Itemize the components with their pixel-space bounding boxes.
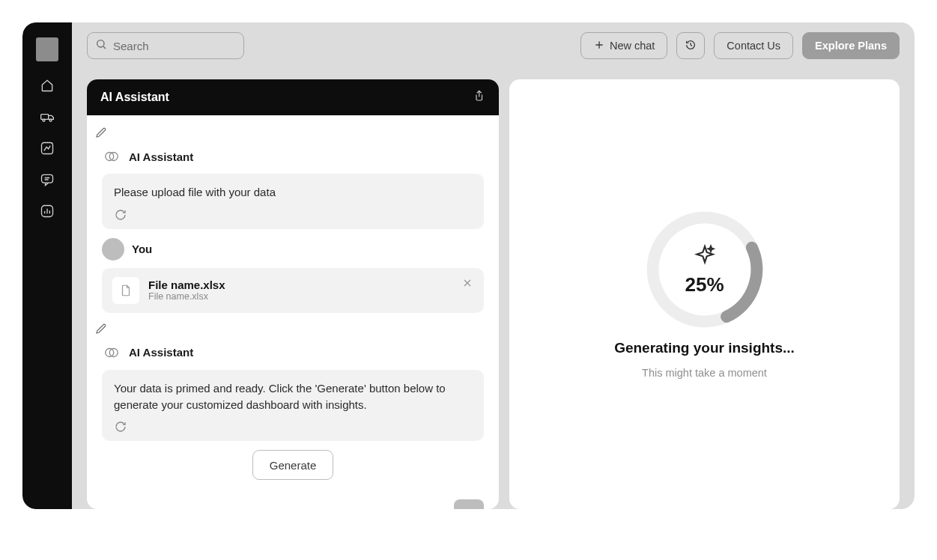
regenerate-icon[interactable] xyxy=(114,208,127,222)
search-input[interactable] xyxy=(113,40,236,52)
svg-line-12 xyxy=(103,46,106,49)
edit-icon[interactable] xyxy=(94,126,108,139)
svg-point-11 xyxy=(97,40,104,47)
sparkle-icon xyxy=(693,243,717,270)
content-area: AI Assistant xyxy=(72,69,915,509)
svg-rect-4 xyxy=(42,174,53,183)
file-icon xyxy=(112,277,139,304)
contact-us-button[interactable]: Contact Us xyxy=(714,32,793,59)
plus-icon xyxy=(593,39,605,53)
composer-send-stub[interactable] xyxy=(454,499,484,509)
chat-body[interactable]: AI Assistant Please upload file with you… xyxy=(87,115,499,509)
regenerate-icon[interactable] xyxy=(114,420,127,433)
insight-title: Generating your insights... xyxy=(614,340,795,356)
progress-percent: 25% xyxy=(685,273,724,296)
svg-point-2 xyxy=(49,119,52,121)
sender-row-ai: AI Assistant xyxy=(102,147,484,166)
truck-icon[interactable] xyxy=(40,109,55,124)
generate-label: Generate xyxy=(270,459,317,472)
main-area: New chat Contact Us Explore Plans xyxy=(72,22,915,509)
insight-panel: 25% Generating your insights... This mig… xyxy=(509,79,900,509)
composer-area xyxy=(102,490,484,505)
ai-message-text: Your data is primed and ready. Click the… xyxy=(114,380,472,413)
topbar: New chat Contact Us Explore Plans xyxy=(72,22,915,69)
file-title: File name.xlsx xyxy=(148,279,225,291)
analytics-icon[interactable] xyxy=(40,204,55,219)
ai-sender-name: AI Assistant xyxy=(129,150,193,163)
search-icon xyxy=(95,38,107,53)
map-icon[interactable] xyxy=(40,141,55,156)
chat-panel: AI Assistant xyxy=(87,79,499,509)
sender-row-you: You xyxy=(102,238,484,261)
sidebar xyxy=(22,22,72,509)
search-field[interactable] xyxy=(87,32,244,59)
ai-avatar-icon xyxy=(102,147,121,166)
svg-line-16 xyxy=(691,45,692,46)
history-icon xyxy=(685,39,697,53)
insight-subtitle: This might take a moment xyxy=(642,367,767,379)
new-chat-label: New chat xyxy=(610,40,655,52)
ai-avatar-icon xyxy=(102,343,121,362)
contact-us-label: Contact Us xyxy=(727,40,780,52)
home-icon[interactable] xyxy=(40,78,55,93)
explore-plans-label: Explore Plans xyxy=(815,40,887,52)
svg-point-1 xyxy=(43,119,45,121)
app-window: New chat Contact Us Explore Plans xyxy=(22,22,915,509)
you-sender-name: You xyxy=(132,243,152,255)
file-subtitle: File name.xlsx xyxy=(148,291,225,302)
chat-header: AI Assistant xyxy=(87,79,499,115)
explore-plans-button[interactable]: Explore Plans xyxy=(802,32,900,59)
ai-message-bubble: Please upload file with your data xyxy=(102,174,484,229)
share-icon[interactable] xyxy=(472,89,485,106)
user-avatar xyxy=(102,238,124,261)
remove-file-icon[interactable] xyxy=(461,277,475,290)
edit-icon[interactable] xyxy=(94,322,108,335)
progress-ring: 25% xyxy=(645,210,765,329)
generate-button[interactable]: Generate xyxy=(252,450,334,480)
chat-title: AI Assistant xyxy=(100,91,169,104)
history-button[interactable] xyxy=(676,32,705,59)
ai-message-bubble: Your data is primed and ready. Click the… xyxy=(102,370,484,442)
svg-rect-0 xyxy=(41,115,49,120)
chat-icon[interactable] xyxy=(40,172,55,187)
app-logo xyxy=(36,37,58,61)
ai-message-text: Please upload file with your data xyxy=(114,184,472,201)
file-attachment-card[interactable]: File name.xlsx File name.xlsx xyxy=(102,268,484,313)
sender-row-ai: AI Assistant xyxy=(102,343,484,362)
new-chat-button[interactable]: New chat xyxy=(580,32,667,59)
ai-sender-name: AI Assistant xyxy=(129,346,193,359)
